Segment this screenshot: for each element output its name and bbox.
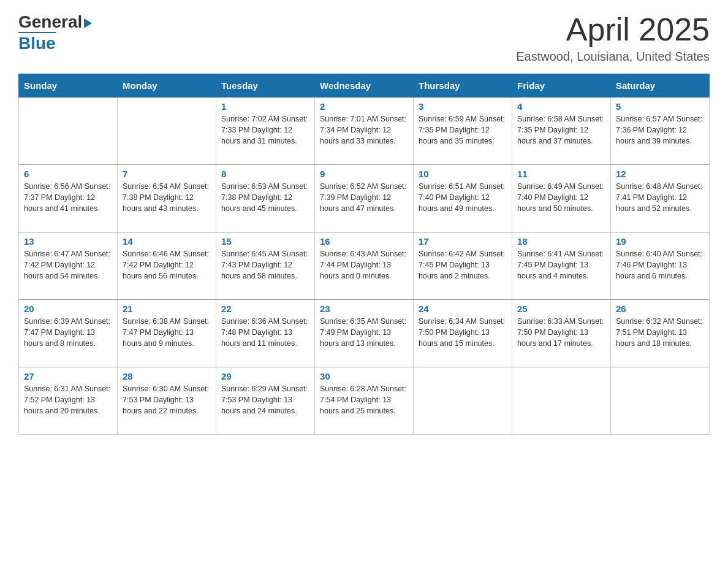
calendar-cell bbox=[512, 367, 611, 435]
calendar-cell: 18Sunrise: 6:41 AM Sunset: 7:45 PM Dayli… bbox=[512, 232, 611, 300]
calendar-cell: 26Sunrise: 6:32 AM Sunset: 7:51 PM Dayli… bbox=[611, 300, 710, 367]
column-header-monday: Monday bbox=[118, 74, 216, 98]
column-header-tuesday: Tuesday bbox=[216, 74, 315, 98]
calendar-cell: 7Sunrise: 6:54 AM Sunset: 7:38 PM Daylig… bbox=[118, 165, 216, 232]
day-info: Sunrise: 6:42 AM Sunset: 7:45 PM Dayligh… bbox=[419, 248, 507, 282]
day-info: Sunrise: 6:56 AM Sunset: 7:37 PM Dayligh… bbox=[24, 181, 112, 214]
day-number: 26 bbox=[616, 304, 704, 314]
day-info: Sunrise: 6:31 AM Sunset: 7:52 PM Dayligh… bbox=[24, 383, 112, 416]
month-title: April 2025 bbox=[516, 12, 710, 47]
calendar-cell: 14Sunrise: 6:46 AM Sunset: 7:42 PM Dayli… bbox=[118, 232, 216, 300]
day-number: 3 bbox=[419, 101, 507, 112]
day-number: 13 bbox=[24, 236, 112, 247]
calendar-cell: 27Sunrise: 6:31 AM Sunset: 7:52 PM Dayli… bbox=[19, 367, 118, 435]
calendar-cell: 21Sunrise: 6:38 AM Sunset: 7:47 PM Dayli… bbox=[118, 300, 216, 367]
day-number: 27 bbox=[24, 371, 112, 381]
calendar-cell: 2Sunrise: 7:01 AM Sunset: 7:34 PM Daylig… bbox=[315, 98, 414, 165]
day-number: 16 bbox=[320, 236, 408, 247]
day-info: Sunrise: 6:47 AM Sunset: 7:42 PM Dayligh… bbox=[24, 248, 112, 282]
calendar-cell: 19Sunrise: 6:40 AM Sunset: 7:46 PM Dayli… bbox=[611, 232, 710, 300]
day-info: Sunrise: 6:57 AM Sunset: 7:36 PM Dayligh… bbox=[616, 113, 704, 147]
calendar-cell: 22Sunrise: 6:36 AM Sunset: 7:48 PM Dayli… bbox=[216, 300, 315, 367]
day-number: 2 bbox=[320, 101, 408, 112]
day-info: Sunrise: 6:54 AM Sunset: 7:38 PM Dayligh… bbox=[123, 181, 211, 214]
day-number: 30 bbox=[320, 371, 408, 381]
day-number: 11 bbox=[517, 169, 605, 179]
calendar-cell bbox=[611, 367, 710, 435]
calendar-cell bbox=[19, 98, 118, 165]
calendar-cell: 1Sunrise: 7:02 AM Sunset: 7:33 PM Daylig… bbox=[216, 98, 315, 165]
day-number: 5 bbox=[616, 101, 704, 112]
column-header-sunday: Sunday bbox=[19, 74, 118, 98]
calendar-cell: 23Sunrise: 6:35 AM Sunset: 7:49 PM Dayli… bbox=[315, 300, 414, 367]
day-number: 6 bbox=[24, 169, 112, 179]
day-info: Sunrise: 6:46 AM Sunset: 7:42 PM Dayligh… bbox=[123, 248, 211, 282]
column-header-saturday: Saturday bbox=[611, 74, 710, 98]
calendar-week-5: 27Sunrise: 6:31 AM Sunset: 7:52 PM Dayli… bbox=[19, 367, 710, 435]
day-number: 20 bbox=[24, 304, 112, 314]
day-info: Sunrise: 6:43 AM Sunset: 7:44 PM Dayligh… bbox=[320, 248, 408, 282]
logo-arrow-icon bbox=[84, 18, 92, 28]
calendar-cell: 12Sunrise: 6:48 AM Sunset: 7:41 PM Dayli… bbox=[611, 165, 710, 232]
day-number: 15 bbox=[221, 236, 309, 247]
calendar-cell: 28Sunrise: 6:30 AM Sunset: 7:53 PM Dayli… bbox=[118, 367, 216, 435]
calendar-cell: 10Sunrise: 6:51 AM Sunset: 7:40 PM Dayli… bbox=[414, 165, 512, 232]
column-header-friday: Friday bbox=[512, 74, 611, 98]
day-number: 21 bbox=[123, 304, 211, 314]
day-info: Sunrise: 7:01 AM Sunset: 7:34 PM Dayligh… bbox=[320, 113, 408, 147]
day-info: Sunrise: 6:29 AM Sunset: 7:53 PM Dayligh… bbox=[221, 383, 309, 416]
calendar-header-row: SundayMondayTuesdayWednesdayThursdayFrid… bbox=[19, 74, 710, 98]
day-info: Sunrise: 6:28 AM Sunset: 7:54 PM Dayligh… bbox=[320, 383, 408, 416]
day-number: 19 bbox=[616, 236, 704, 247]
day-info: Sunrise: 6:30 AM Sunset: 7:53 PM Dayligh… bbox=[123, 383, 211, 416]
calendar-cell: 29Sunrise: 6:29 AM Sunset: 7:53 PM Dayli… bbox=[216, 367, 315, 435]
day-info: Sunrise: 6:35 AM Sunset: 7:49 PM Dayligh… bbox=[320, 316, 408, 349]
day-info: Sunrise: 6:59 AM Sunset: 7:35 PM Dayligh… bbox=[419, 113, 507, 147]
day-info: Sunrise: 6:51 AM Sunset: 7:40 PM Dayligh… bbox=[419, 181, 507, 214]
day-info: Sunrise: 6:53 AM Sunset: 7:38 PM Dayligh… bbox=[221, 181, 309, 214]
calendar-cell: 13Sunrise: 6:47 AM Sunset: 7:42 PM Dayli… bbox=[19, 232, 118, 300]
day-info: Sunrise: 6:36 AM Sunset: 7:48 PM Dayligh… bbox=[221, 316, 309, 349]
column-header-wednesday: Wednesday bbox=[315, 74, 414, 98]
calendar-cell: 8Sunrise: 6:53 AM Sunset: 7:38 PM Daylig… bbox=[216, 165, 315, 232]
calendar-cell: 5Sunrise: 6:57 AM Sunset: 7:36 PM Daylig… bbox=[611, 98, 710, 165]
day-number: 18 bbox=[517, 236, 605, 247]
calendar-cell: 30Sunrise: 6:28 AM Sunset: 7:54 PM Dayli… bbox=[315, 367, 414, 435]
day-number: 1 bbox=[221, 101, 309, 112]
calendar-week-4: 20Sunrise: 6:39 AM Sunset: 7:47 PM Dayli… bbox=[19, 300, 710, 367]
day-info: Sunrise: 6:34 AM Sunset: 7:50 PM Dayligh… bbox=[419, 316, 507, 349]
calendar-cell: 4Sunrise: 6:58 AM Sunset: 7:35 PM Daylig… bbox=[512, 98, 611, 165]
logo: General Blue bbox=[18, 12, 92, 53]
day-number: 4 bbox=[517, 101, 605, 112]
calendar-week-3: 13Sunrise: 6:47 AM Sunset: 7:42 PM Dayli… bbox=[19, 232, 710, 300]
day-info: Sunrise: 6:38 AM Sunset: 7:47 PM Dayligh… bbox=[123, 316, 211, 349]
day-number: 29 bbox=[221, 371, 309, 381]
logo-blue: Blue bbox=[18, 32, 56, 53]
day-info: Sunrise: 6:39 AM Sunset: 7:47 PM Dayligh… bbox=[24, 316, 112, 349]
day-number: 12 bbox=[616, 169, 704, 179]
calendar-cell: 20Sunrise: 6:39 AM Sunset: 7:47 PM Dayli… bbox=[19, 300, 118, 367]
day-number: 8 bbox=[221, 169, 309, 179]
day-info: Sunrise: 6:45 AM Sunset: 7:43 PM Dayligh… bbox=[221, 248, 309, 282]
day-number: 23 bbox=[320, 304, 408, 314]
calendar-cell: 9Sunrise: 6:52 AM Sunset: 7:39 PM Daylig… bbox=[315, 165, 414, 232]
day-info: Sunrise: 6:52 AM Sunset: 7:39 PM Dayligh… bbox=[320, 181, 408, 214]
day-number: 7 bbox=[123, 169, 211, 179]
calendar-cell: 24Sunrise: 6:34 AM Sunset: 7:50 PM Dayli… bbox=[414, 300, 512, 367]
calendar-cell: 6Sunrise: 6:56 AM Sunset: 7:37 PM Daylig… bbox=[19, 165, 118, 232]
calendar-cell bbox=[414, 367, 512, 435]
calendar-cell: 3Sunrise: 6:59 AM Sunset: 7:35 PM Daylig… bbox=[414, 98, 512, 165]
day-info: Sunrise: 6:33 AM Sunset: 7:50 PM Dayligh… bbox=[517, 316, 605, 349]
calendar-week-2: 6Sunrise: 6:56 AM Sunset: 7:37 PM Daylig… bbox=[19, 165, 710, 232]
calendar-cell: 17Sunrise: 6:42 AM Sunset: 7:45 PM Dayli… bbox=[414, 232, 512, 300]
page-header: General Blue April 2025 Eastwood, Louisi… bbox=[18, 12, 710, 64]
day-info: Sunrise: 6:58 AM Sunset: 7:35 PM Dayligh… bbox=[517, 113, 605, 147]
day-info: Sunrise: 6:49 AM Sunset: 7:40 PM Dayligh… bbox=[517, 181, 605, 214]
calendar-cell: 15Sunrise: 6:45 AM Sunset: 7:43 PM Dayli… bbox=[216, 232, 315, 300]
day-number: 28 bbox=[123, 371, 211, 381]
day-number: 14 bbox=[123, 236, 211, 247]
calendar-cell: 11Sunrise: 6:49 AM Sunset: 7:40 PM Dayli… bbox=[512, 165, 611, 232]
calendar-week-1: 1Sunrise: 7:02 AM Sunset: 7:33 PM Daylig… bbox=[19, 98, 710, 165]
day-number: 17 bbox=[419, 236, 507, 247]
day-info: Sunrise: 7:02 AM Sunset: 7:33 PM Dayligh… bbox=[221, 113, 309, 147]
